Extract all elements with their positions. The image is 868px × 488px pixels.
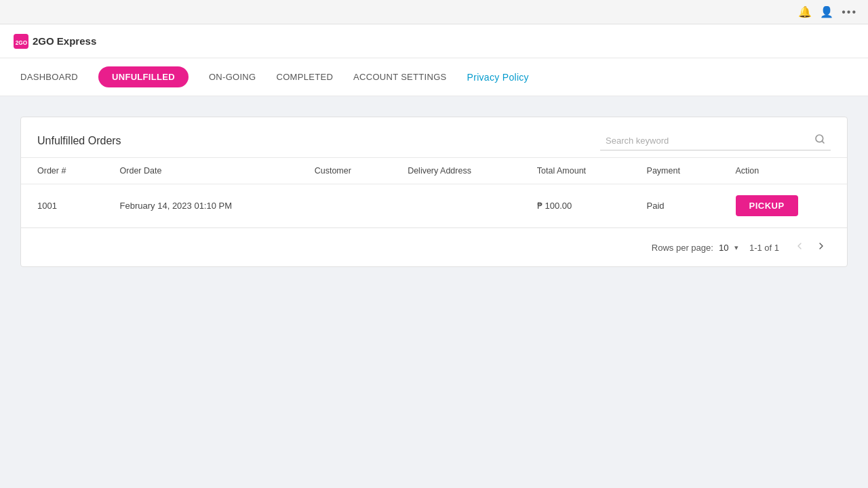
- cell-delivery-address: [391, 184, 521, 228]
- card-header: Unfulfilled Orders: [21, 117, 847, 157]
- svg-text:2GO: 2GO: [16, 39, 28, 45]
- cell-payment: Paid: [631, 184, 719, 228]
- rows-select-wrapper: 10 25 50: [719, 243, 738, 253]
- col-payment: Payment: [631, 158, 719, 184]
- nav-bar: DASHBOARD UNFULFILLED ON-GOING COMPLETED…: [0, 58, 868, 96]
- browser-icons: 🔔 👤 •••: [798, 5, 857, 18]
- orders-card: Unfulfilled Orders Order #: [20, 117, 848, 267]
- logo-icon: 2GO: [14, 34, 28, 49]
- table-header: Order # Order Date Customer Delivery Add…: [21, 158, 847, 184]
- col-action: Action: [719, 158, 848, 184]
- pagination-bar: Rows per page: 10 25 50 1-1 of 1: [21, 228, 847, 266]
- nav-item-ongoing[interactable]: ON-GOING: [209, 68, 256, 86]
- col-customer: Customer: [298, 158, 391, 184]
- table-body: 1001 February 14, 2023 01:10 PM ₱ 100.00…: [21, 184, 847, 228]
- app-title: 2GO Express: [33, 35, 96, 47]
- search-icon: [814, 134, 825, 144]
- svg-line-3: [822, 141, 824, 143]
- pickup-button[interactable]: PICKUP: [736, 195, 798, 216]
- search-area: [600, 131, 831, 150]
- table-row: 1001 February 14, 2023 01:10 PM ₱ 100.00…: [21, 184, 847, 228]
- col-order-num: Order #: [21, 158, 104, 184]
- nav-item-completed[interactable]: COMPLETED: [276, 68, 333, 86]
- bell-icon[interactable]: 🔔: [798, 5, 812, 18]
- nav-item-account-settings[interactable]: ACCOUNT SETTINGS: [353, 68, 446, 86]
- chevron-right-icon: [816, 241, 827, 251]
- card-title: Unfulfilled Orders: [37, 135, 121, 147]
- app-header: 2GO 2GO Express: [0, 24, 868, 58]
- col-delivery-address: Delivery Address: [391, 158, 521, 184]
- nav-item-dashboard[interactable]: DASHBOARD: [20, 68, 78, 86]
- nav-item-unfulfilled[interactable]: UNFULFILLED: [98, 66, 189, 87]
- pagination-info: 1-1 of 1: [749, 243, 779, 253]
- cell-customer: [298, 184, 391, 228]
- orders-table: Order # Order Date Customer Delivery Add…: [21, 157, 847, 228]
- table-header-row: Order # Order Date Customer Delivery Add…: [21, 158, 847, 184]
- rows-per-page: Rows per page: 10 25 50: [652, 243, 738, 253]
- menu-icon[interactable]: •••: [842, 6, 857, 18]
- chevron-left-icon: [794, 241, 805, 251]
- cell-order-num: 1001: [21, 184, 104, 228]
- search-input[interactable]: [606, 136, 814, 146]
- next-page-button[interactable]: [812, 238, 831, 257]
- main-content: Unfulfilled Orders Order #: [0, 96, 868, 287]
- rows-per-page-label: Rows per page:: [652, 243, 713, 253]
- rows-per-page-select[interactable]: 10 25 50: [719, 243, 738, 253]
- account-icon[interactable]: 👤: [820, 5, 833, 18]
- browser-bar: 🔔 👤 •••: [0, 0, 868, 24]
- logo-area: 2GO 2GO Express: [14, 34, 96, 49]
- prev-page-button[interactable]: [790, 238, 809, 257]
- col-total-amount: Total Amount: [521, 158, 631, 184]
- app-wrapper: 2GO 2GO Express DASHBOARD UNFULFILLED ON…: [0, 24, 868, 488]
- cell-total-amount: ₱ 100.00: [521, 184, 631, 228]
- nav-item-privacy-policy[interactable]: Privacy Policy: [467, 68, 529, 87]
- cell-action: PICKUP: [719, 184, 848, 228]
- search-button[interactable]: [814, 134, 825, 147]
- pagination-nav: [790, 238, 831, 257]
- cell-order-date: February 14, 2023 01:10 PM: [104, 184, 298, 228]
- col-order-date: Order Date: [104, 158, 298, 184]
